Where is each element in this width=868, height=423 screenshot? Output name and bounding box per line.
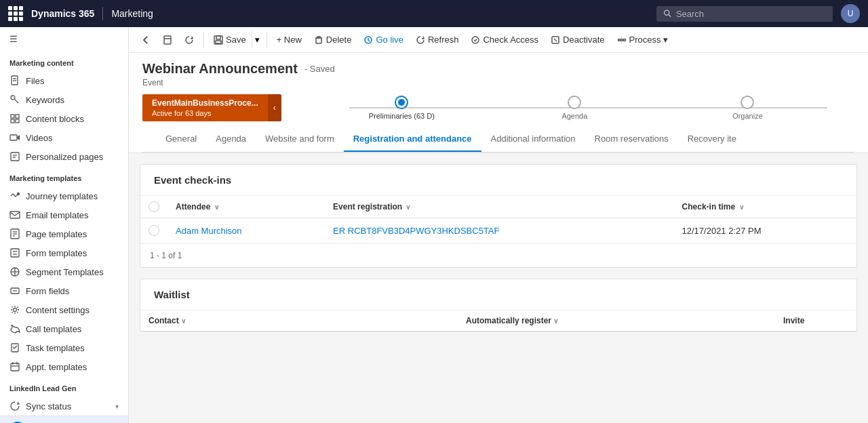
- keywords-label: Keywords: [26, 95, 64, 105]
- stage-name: EventMainBusinessProce...: [152, 98, 258, 108]
- call-templates-label: Call templates: [26, 324, 81, 334]
- select-all-checkbox[interactable]: [149, 201, 159, 212]
- personalized-pages-icon: [9, 151, 20, 162]
- sync-status-label: Sync status: [26, 401, 71, 411]
- new-label: + New: [277, 35, 302, 45]
- form-fields-label: Form fields: [26, 286, 69, 296]
- back-button[interactable]: [136, 32, 156, 48]
- svg-point-16: [18, 193, 20, 195]
- process-step-2: Agenda: [488, 96, 661, 120]
- app-name: Marketing: [111, 8, 153, 19]
- tab-recovery[interactable]: Recovery ite: [678, 127, 746, 152]
- tab-additional-info[interactable]: Additional information: [481, 127, 585, 152]
- attendee-cell[interactable]: Adam Murchison: [167, 218, 325, 243]
- svg-rect-8: [16, 115, 19, 118]
- svg-rect-22: [11, 249, 19, 257]
- sidebar-item-form-templates[interactable]: Form templates: [0, 243, 128, 262]
- event-reg-cell[interactable]: ER RCBT8FVB3D4PWGY3HKDSBC5TAF: [325, 218, 673, 243]
- appt-icon: [9, 361, 20, 372]
- event-reg-sort-icon: ∨: [406, 203, 410, 211]
- svg-rect-39: [216, 36, 220, 39]
- waitlist-auto-reg-col[interactable]: Automatically register ∨: [458, 310, 775, 331]
- file-icon: [9, 75, 20, 86]
- sidebar-item-journey-templates[interactable]: Journey templates: [0, 186, 128, 205]
- linkedin-section: LinkedIn Lead Gen: [0, 376, 128, 397]
- stage-collapse-btn[interactable]: ‹: [268, 94, 281, 121]
- sidebar-item-page-templates[interactable]: Page templates: [0, 224, 128, 243]
- sidebar-item-personalized-pages[interactable]: Personalized pages: [0, 147, 128, 166]
- video-icon: [9, 132, 20, 143]
- search-box[interactable]: [656, 6, 833, 22]
- tab-registration[interactable]: Registration and attendance: [344, 127, 481, 152]
- sidebar-item-content-blocks[interactable]: Content blocks: [0, 109, 128, 128]
- process-dropdown-icon: ▾: [663, 35, 668, 45]
- invite-col-label: Invite: [783, 316, 804, 325]
- waitlist-contact-col[interactable]: Contact ∨: [140, 310, 458, 331]
- svg-rect-40: [216, 41, 221, 43]
- auto-reg-sort-icon: ∨: [553, 317, 558, 325]
- refresh-button[interactable]: Refresh: [410, 31, 465, 48]
- refresh-small-button[interactable]: [179, 32, 199, 48]
- bookmark-button[interactable]: [157, 32, 178, 48]
- svg-rect-9: [11, 119, 14, 123]
- go-live-button[interactable]: Go live: [358, 31, 408, 48]
- top-nav: Dynamics 365 Marketing U: [0, 0, 868, 27]
- sidebar-item-keywords[interactable]: Keywords: [0, 90, 128, 109]
- task-templates-label: Task templates: [26, 343, 85, 353]
- checkin-time-col[interactable]: Check-in time ∨: [674, 196, 856, 218]
- svg-rect-32: [11, 363, 19, 371]
- files-label: Files: [26, 76, 44, 86]
- step-1-dot: [398, 99, 405, 106]
- task-icon: [9, 342, 20, 353]
- event-reg-col[interactable]: Event registration ∨: [325, 196, 673, 218]
- waffle-menu[interactable]: [8, 6, 23, 21]
- tab-website-form[interactable]: Website and form: [256, 127, 344, 152]
- main-content: Event check-ins Attendee ∨: [129, 153, 868, 423]
- sidebar-item-sync-status[interactable]: Sync status ▾: [0, 397, 128, 416]
- check-access-icon: [471, 35, 480, 45]
- search-input[interactable]: [676, 9, 826, 19]
- brand-name: Dynamics 365: [31, 8, 94, 19]
- svg-point-47: [620, 39, 623, 41]
- save-button[interactable]: Save: [208, 31, 252, 48]
- sidebar-item-task-templates[interactable]: Task templates: [0, 338, 128, 357]
- sidebar-item-files[interactable]: Files: [0, 71, 128, 90]
- tab-room-reservations[interactable]: Room reservations: [585, 127, 678, 152]
- sidebar-item-videos[interactable]: Videos: [0, 128, 128, 147]
- check-access-button[interactable]: Check Access: [465, 31, 544, 48]
- sidebar-item-appt-templates[interactable]: Appt. templates: [0, 357, 128, 376]
- save-dropdown[interactable]: ▾: [252, 31, 262, 48]
- sidebar-item-content-settings[interactable]: Content settings: [0, 300, 128, 319]
- journey-icon: [9, 190, 20, 201]
- sidebar-item-form-fields[interactable]: Form fields: [0, 281, 128, 300]
- svg-line-1: [669, 15, 671, 17]
- sidebar-item-call-templates[interactable]: Call templates: [0, 319, 128, 338]
- sidebar: ☰ Marketing content Files Keywords Conte…: [0, 27, 129, 423]
- attendee-col[interactable]: Attendee ∨: [167, 196, 325, 218]
- sidebar-item-segment-templates[interactable]: Segment Templates: [0, 262, 128, 281]
- process-button[interactable]: Process ▾: [612, 31, 674, 48]
- delete-button[interactable]: Delete: [309, 31, 357, 48]
- deactivate-button[interactable]: Deactivate: [545, 31, 610, 48]
- step-1-label: Preliminaries (63 D): [369, 112, 435, 120]
- row-checkbox[interactable]: [149, 225, 159, 236]
- tab-agenda[interactable]: Agenda: [206, 127, 256, 152]
- save-label: Save: [226, 35, 246, 45]
- sidebar-item-email-templates[interactable]: Email templates: [0, 205, 128, 224]
- call-icon: [9, 323, 20, 334]
- nav-divider: [102, 7, 103, 20]
- active-stage[interactable]: EventMainBusinessProce... Active for 63 …: [142, 94, 281, 121]
- sidebar-user-area[interactable]: M Marketing ⌃: [0, 416, 128, 423]
- new-button[interactable]: + New: [271, 31, 307, 48]
- hamburger-icon[interactable]: ☰: [0, 27, 128, 51]
- content-settings-label: Content settings: [26, 305, 90, 315]
- user-avatar[interactable]: U: [841, 4, 860, 23]
- stage-pill: EventMainBusinessProce... Active for 63 …: [142, 94, 268, 121]
- checkin-time-col-label: Check-in time: [682, 202, 736, 212]
- journey-templates-label: Journey templates: [26, 191, 98, 201]
- tab-general[interactable]: General: [156, 127, 206, 152]
- keywords-icon: [9, 94, 20, 105]
- process-icon: [617, 35, 627, 45]
- toolbar-divider-2: [267, 32, 267, 48]
- step-3-label: Organize: [732, 112, 763, 120]
